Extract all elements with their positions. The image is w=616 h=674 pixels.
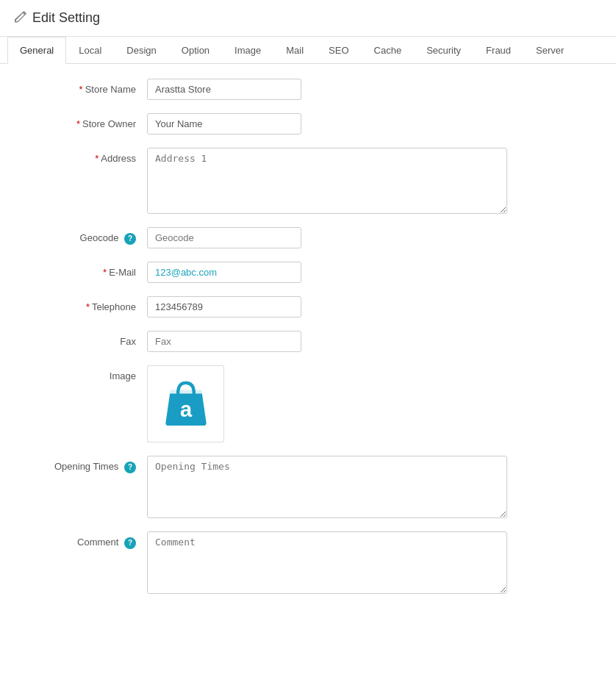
pencil-icon (15, 11, 26, 26)
telephone-required: * (86, 301, 90, 312)
telephone-group: *Telephone (29, 296, 587, 318)
email-required: * (103, 267, 107, 278)
tab-general[interactable]: General (7, 37, 66, 64)
comment-label: Comment ? (29, 531, 147, 549)
tab-cache[interactable]: Cache (362, 37, 415, 64)
tab-seo[interactable]: SEO (316, 37, 361, 64)
tab-option[interactable]: Option (169, 37, 222, 64)
page-container: Edit Setting General Local Design Option… (0, 0, 616, 674)
tab-local[interactable]: Local (66, 37, 114, 64)
fax-group: Fax (29, 331, 587, 352)
address-group: *Address (29, 148, 587, 214)
form-container: *Store Name *Store Owner *Address Geocod… (0, 64, 616, 622)
comment-help-icon[interactable]: ? (124, 537, 136, 549)
tab-mail[interactable]: Mail (273, 37, 316, 64)
email-label: *E-Mail (29, 262, 147, 278)
store-name-label: *Store Name (29, 79, 147, 95)
tab-design[interactable]: Design (114, 37, 168, 64)
email-input[interactable] (147, 262, 301, 283)
opening-times-group: Opening Times ? (29, 456, 587, 518)
address-label: *Address (29, 148, 147, 164)
geocode-group: Geocode ? (29, 227, 587, 248)
comment-textarea[interactable] (147, 531, 507, 594)
image-preview[interactable]: a (147, 365, 224, 442)
geocode-label: Geocode ? (29, 227, 147, 245)
geocode-help-icon[interactable]: ? (124, 233, 136, 245)
store-owner-label: *Store Owner (29, 113, 147, 129)
tab-security[interactable]: Security (414, 37, 473, 64)
svg-text:a: a (179, 397, 192, 420)
store-name-input[interactable] (147, 79, 301, 100)
tab-fraud[interactable]: Fraud (473, 37, 523, 64)
fax-input[interactable] (147, 331, 301, 352)
opening-times-help-icon[interactable]: ? (124, 462, 136, 473)
geocode-input[interactable] (147, 227, 301, 248)
store-owner-input[interactable] (147, 113, 301, 135)
tabs-list: General Local Design Option Image Mail S… (7, 37, 609, 63)
tabs-container: General Local Design Option Image Mail S… (0, 37, 616, 64)
telephone-input[interactable] (147, 296, 301, 318)
telephone-label: *Telephone (29, 296, 147, 312)
email-group: *E-Mail (29, 262, 587, 283)
address-required: * (95, 153, 99, 164)
image-group: Image a (29, 365, 587, 442)
store-owner-group: *Store Owner (29, 113, 587, 135)
fax-label: Fax (29, 331, 147, 347)
page-header: Edit Setting (0, 0, 616, 37)
comment-group: Comment ? (29, 531, 587, 594)
opening-times-textarea[interactable] (147, 456, 507, 518)
store-name-group: *Store Name (29, 79, 587, 100)
store-logo-svg: a (157, 375, 215, 434)
image-label: Image (29, 365, 147, 381)
opening-times-label: Opening Times ? (29, 456, 147, 473)
page-title: Edit Setting (32, 10, 100, 26)
tab-image[interactable]: Image (222, 37, 273, 64)
store-name-required: * (79, 84, 83, 95)
tab-server[interactable]: Server (523, 37, 576, 64)
address-textarea[interactable] (147, 148, 507, 214)
store-owner-required: * (76, 118, 80, 129)
